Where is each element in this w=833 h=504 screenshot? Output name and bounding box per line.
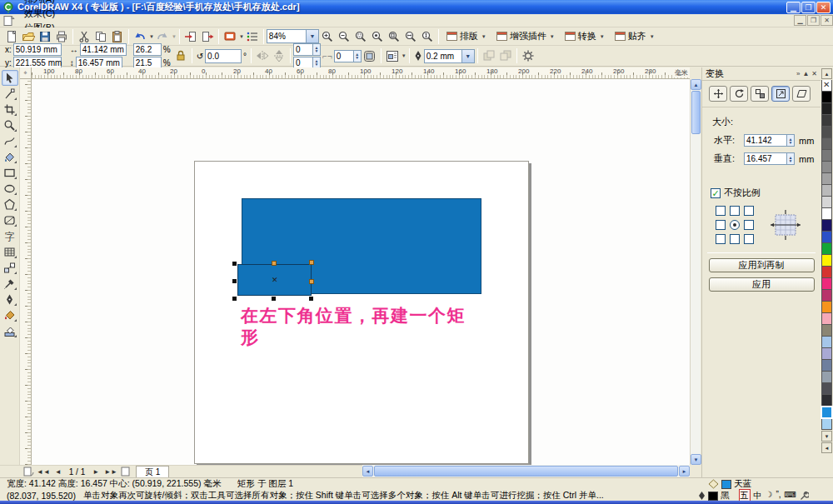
anchor-top-left[interactable] bbox=[716, 206, 726, 216]
new-button[interactable] bbox=[3, 28, 20, 45]
tool-text[interactable]: 字 bbox=[2, 228, 18, 244]
doc-restore-button[interactable]: ❐ bbox=[807, 15, 820, 26]
to-back-icon[interactable] bbox=[497, 47, 514, 64]
ime-tools-icon[interactable] bbox=[800, 492, 809, 501]
apply-to-duplicate-button[interactable]: 应用到再制 bbox=[709, 258, 815, 272]
plugin-button[interactable]: 转换 ▼ bbox=[560, 28, 610, 45]
object-width-field[interactable]: 41.142 mm bbox=[80, 43, 127, 56]
zoom-selected-icon[interactable] bbox=[352, 28, 369, 45]
application-launcher-button[interactable] bbox=[222, 28, 238, 45]
undo-button[interactable] bbox=[132, 28, 148, 45]
vertical-size-field[interactable]: 16.457 bbox=[744, 152, 787, 165]
selection-handle-mid-left[interactable] bbox=[232, 279, 237, 283]
anchor-bottom-right[interactable] bbox=[744, 234, 754, 244]
anchor-mid-right[interactable] bbox=[744, 220, 754, 230]
palette-swatch[interactable] bbox=[821, 115, 832, 127]
scroll-right-button[interactable]: ► bbox=[679, 466, 690, 477]
ime-icon[interactable]: 中 bbox=[754, 490, 762, 502]
settings-gear-icon[interactable] bbox=[520, 47, 536, 64]
tool-table[interactable] bbox=[2, 244, 18, 260]
palette-swatch[interactable] bbox=[821, 127, 832, 138]
palette-swatch[interactable] bbox=[821, 290, 832, 302]
apply-button[interactable]: 应用 bbox=[709, 277, 815, 292]
palette-swatch[interactable] bbox=[821, 407, 832, 418]
corner-tl-spinner[interactable]: ▲▼ bbox=[313, 43, 321, 56]
minimize-button[interactable]: ▁ bbox=[786, 2, 801, 13]
palette-scroll-up-button[interactable]: ▲ bbox=[821, 68, 832, 79]
paste-button[interactable] bbox=[109, 28, 126, 45]
first-page-button[interactable]: ◄◄ bbox=[34, 468, 52, 476]
scale-h-field[interactable]: 26.2 bbox=[133, 43, 162, 56]
palette-swatch[interactable] bbox=[821, 162, 832, 173]
x-position-field[interactable]: 50.919 mm bbox=[13, 43, 62, 56]
cut-button[interactable] bbox=[76, 28, 92, 45]
import-button[interactable] bbox=[182, 28, 199, 45]
scroll-down-button[interactable]: ▼ bbox=[691, 454, 701, 465]
tool-eyedropper[interactable] bbox=[2, 276, 18, 292]
print-button[interactable] bbox=[53, 28, 70, 45]
tool-freehand[interactable] bbox=[2, 133, 18, 149]
anchor-top-center[interactable] bbox=[730, 206, 740, 216]
tool-blend[interactable] bbox=[2, 260, 18, 276]
palette-swatch[interactable] bbox=[821, 325, 832, 337]
save-button[interactable] bbox=[37, 28, 53, 45]
palette-swatch[interactable] bbox=[821, 267, 832, 278]
palette-swatch[interactable] bbox=[821, 278, 832, 290]
horizontal-scrollbar[interactable]: ◄ ► bbox=[362, 465, 690, 477]
tool-rectangle[interactable] bbox=[2, 165, 18, 181]
corner-radius-tr-field[interactable]: 0 bbox=[334, 50, 354, 62]
docker-collapse-icon[interactable]: ▲ bbox=[802, 70, 809, 77]
menu-item[interactable]: 效果(C) bbox=[18, 7, 63, 21]
doc-close-button[interactable]: ✕ bbox=[821, 15, 833, 26]
corner-node[interactable] bbox=[272, 261, 277, 266]
object-center-marker[interactable]: ✕ bbox=[272, 277, 278, 284]
next-page-button[interactable]: ► bbox=[90, 468, 102, 476]
palette-swatch[interactable] bbox=[821, 208, 832, 220]
corner-tr-spinner[interactable]: ▲▼ bbox=[354, 50, 362, 62]
palette-swatch[interactable] bbox=[821, 348, 832, 360]
zoom-all-objects-icon[interactable] bbox=[369, 28, 386, 45]
palette-swatch[interactable] bbox=[821, 232, 832, 243]
palette-swatch[interactable] bbox=[821, 372, 832, 383]
palette-swatch[interactable] bbox=[821, 173, 832, 185]
nonproportional-checkbox[interactable]: ✓ bbox=[711, 188, 721, 198]
tool-ellipse[interactable] bbox=[2, 181, 18, 197]
export-button[interactable] bbox=[199, 28, 216, 45]
restore-button[interactable]: ❐ bbox=[801, 2, 816, 13]
tool-pick[interactable] bbox=[2, 70, 18, 86]
anchor-mid-left[interactable] bbox=[716, 220, 726, 230]
page-tab[interactable]: 页 1 bbox=[136, 466, 169, 477]
palette-swatch[interactable] bbox=[821, 360, 832, 372]
zoom-in-icon[interactable] bbox=[319, 28, 336, 45]
palette-swatch[interactable] bbox=[821, 103, 832, 115]
palette-swatch[interactable] bbox=[821, 418, 832, 430]
menu-item[interactable]: 排列(A) bbox=[18, 0, 63, 7]
drawing-canvas[interactable]: ✕ 在左下角位置，再建一个矩形 bbox=[32, 79, 690, 465]
options-bars-button[interactable] bbox=[244, 28, 261, 45]
corner-node[interactable] bbox=[309, 279, 314, 284]
palette-swatch[interactable] bbox=[821, 337, 832, 348]
anchor-bottom-left[interactable] bbox=[716, 234, 726, 244]
tool-shape[interactable] bbox=[2, 86, 18, 102]
palette-swatch[interactable] bbox=[821, 150, 832, 162]
transform-size-tab[interactable] bbox=[771, 86, 790, 102]
vertical-scrollbar[interactable]: ▲ ▼ bbox=[690, 79, 701, 465]
page-icon[interactable] bbox=[120, 467, 131, 477]
scroll-left-button[interactable]: ◄ bbox=[362, 466, 373, 477]
zoom-height-icon[interactable] bbox=[419, 28, 436, 45]
text-wrap-icon[interactable] bbox=[384, 47, 401, 64]
add-page-icon[interactable] bbox=[23, 467, 34, 477]
outline-width-combo[interactable]: 0.2 mm ▼ bbox=[424, 49, 475, 63]
copy-button[interactable] bbox=[92, 28, 109, 45]
plugin-button[interactable]: 贴齐 ▼ bbox=[610, 28, 660, 45]
tool-outline-pen[interactable] bbox=[2, 292, 18, 307]
horizontal-size-field[interactable]: 41.142 bbox=[744, 134, 787, 147]
plugin-button[interactable]: 排版 ▼ bbox=[441, 28, 491, 45]
to-front-icon[interactable] bbox=[481, 47, 497, 64]
selection-handle-top-left[interactable] bbox=[232, 262, 237, 266]
launcher-dropdown[interactable]: ▼ bbox=[239, 34, 244, 39]
palette-swatch[interactable] bbox=[821, 220, 832, 232]
palette-scroll-down-button[interactable]: ▼ bbox=[821, 431, 832, 442]
anchor-bottom-center[interactable] bbox=[730, 234, 740, 244]
plugin-button[interactable]: 增强插件 ▼ bbox=[491, 28, 560, 45]
